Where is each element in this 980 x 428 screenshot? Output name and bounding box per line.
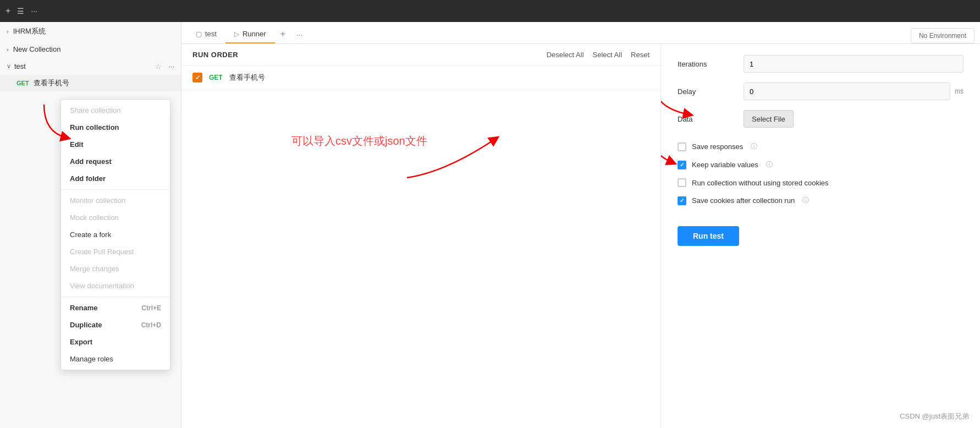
request-checkbox[interactable] [192,73,202,83]
request-name-label: 查看手机号 [229,73,265,83]
menu-item-duplicate[interactable]: Duplicate Ctrl+D [61,316,170,333]
ihrm-label: IHRM系统 [13,26,46,36]
request-name: 查看手机号 [34,78,69,88]
menu-item-run[interactable]: Run collection [61,119,170,136]
menu-item-monitor[interactable]: Monitor collection [61,192,170,209]
keep-variable-label: Keep variable values [692,161,758,169]
tab-runner-label: Runner [243,30,266,38]
no-cookies-checkbox[interactable] [678,178,686,187]
save-cookies-info-icon[interactable]: ⓘ [802,196,809,205]
reset-button[interactable]: Reset [631,51,649,59]
environment-selector[interactable]: No Environment [911,28,975,43]
menu-item-mock[interactable]: Mock collection [61,209,170,226]
run-test-button[interactable]: Run test [678,226,739,246]
new-collection-label: New Collection [13,45,61,53]
content-area: ▢ test ▷ Runner + ··· No Environment RUN… [181,22,980,428]
menu-item-pull-request[interactable]: Create Pull Request [61,243,170,260]
duplicate-shortcut: Ctrl+D [141,321,161,329]
no-cookies-label: Run collection without using stored cook… [692,179,829,187]
tab-more-button[interactable]: ··· [291,26,309,43]
folder-icon: ▢ [196,30,202,38]
keep-variable-info-icon[interactable]: ⓘ [766,160,773,169]
star-icon[interactable]: ☆ [155,62,162,70]
runner-action-buttons: Deselect All Select All Reset [547,51,649,59]
data-field: Data Select File [678,110,964,128]
menu-item-share[interactable]: Share collection [61,102,170,119]
sidebar: › IHRM系统 › New Collection ∨ test ☆ ··· G… [0,22,181,428]
menu-icon[interactable]: ☰ [17,7,24,15]
top-bar: + ☰ ··· [0,0,980,22]
keep-variable-checkbox[interactable] [678,161,686,169]
select-all-button[interactable]: Select All [593,51,622,59]
iterations-input[interactable] [744,55,964,73]
save-responses-option: Save responses ⓘ [678,142,964,151]
delay-field: Delay ms [678,83,964,100]
collection-more-icon[interactable]: ··· [168,62,174,70]
runner-right-panel: Iterations Delay ms Data Select File [661,44,980,428]
menu-item-add-request[interactable]: Add request [61,153,170,170]
tab-runner[interactable]: ▷ Runner [225,25,275,43]
arrow-annotation-2 [401,123,500,189]
keep-variable-option: Keep variable values ⓘ [678,160,964,169]
tab-test[interactable]: ▢ test [187,25,225,43]
menu-item-manage-roles[interactable]: Manage roles [61,350,170,367]
method-badge: GET [16,80,29,86]
main-layout: › IHRM系统 › New Collection ∨ test ☆ ··· G… [0,22,980,428]
watermark: CSDN @just表面兄弟 [900,411,969,421]
delay-suffix: ms [955,87,964,95]
context-menu: Share collection Run collection Edit Add… [60,99,170,370]
select-file-button[interactable]: Select File [744,110,794,128]
play-icon: ▷ [234,30,239,38]
arrow-to-select-file [661,87,694,120]
menu-item-fork[interactable]: Create a fork [61,226,170,243]
chevron-right-icon: › [7,46,9,53]
request-method-badge: GET [209,74,223,81]
new-tab-button[interactable]: + [275,25,291,43]
runner-panel: RUN ORDER Deselect All Select All Reset … [181,44,980,428]
run-request-item[interactable]: GET 查看手机号 [181,66,660,90]
sidebar-item-ihrm[interactable]: › IHRM系统 [0,22,181,41]
save-cookies-checkbox[interactable] [678,196,686,205]
deselect-all-button[interactable]: Deselect All [547,51,584,59]
sidebar-item-new-collection[interactable]: › New Collection [0,41,181,58]
tab-test-label: test [205,30,217,38]
save-responses-info-icon[interactable]: ⓘ [751,142,757,151]
iterations-field: Iterations [678,55,964,73]
test-collection-label: test [14,62,26,70]
menu-item-view-docs[interactable]: View documentation [61,277,170,294]
save-cookies-option: Save cookies after collection run ⓘ [678,196,964,205]
save-cookies-label: Save cookies after collection run [692,196,795,205]
menu-item-merge[interactable]: Merge changes [61,260,170,277]
sidebar-request-item[interactable]: GET 查看手机号 [0,75,181,91]
no-cookies-option: Run collection without using stored cook… [678,178,964,187]
menu-divider-2 [61,297,170,297]
delay-input[interactable] [744,83,950,100]
arrow-to-keep-variable [661,132,678,165]
menu-item-add-folder[interactable]: Add folder [61,170,170,187]
menu-item-edit[interactable]: Edit [61,136,170,153]
runner-toolbar: RUN ORDER Deselect All Select All Reset [181,44,660,66]
iterations-label: Iterations [678,60,744,68]
tabs-bar: ▢ test ▷ Runner + ··· No Environment [181,22,980,44]
save-responses-checkbox[interactable] [678,142,686,151]
run-order-label: RUN ORDER [192,51,238,59]
save-responses-label: Save responses [692,142,743,151]
rename-shortcut: Ctrl+E [141,304,161,312]
sidebar-item-test[interactable]: ∨ test ☆ ··· [0,58,181,75]
chevron-right-icon: › [7,28,9,35]
chevron-down-icon: ∨ [7,63,11,70]
runner-left-panel: RUN ORDER Deselect All Select All Reset … [181,44,661,428]
menu-item-export[interactable]: Export [61,333,170,350]
menu-divider-1 [61,189,170,190]
menu-item-rename[interactable]: Rename Ctrl+E [61,299,170,316]
add-icon[interactable]: + [5,6,10,16]
more-options-icon[interactable]: ··· [31,7,37,15]
